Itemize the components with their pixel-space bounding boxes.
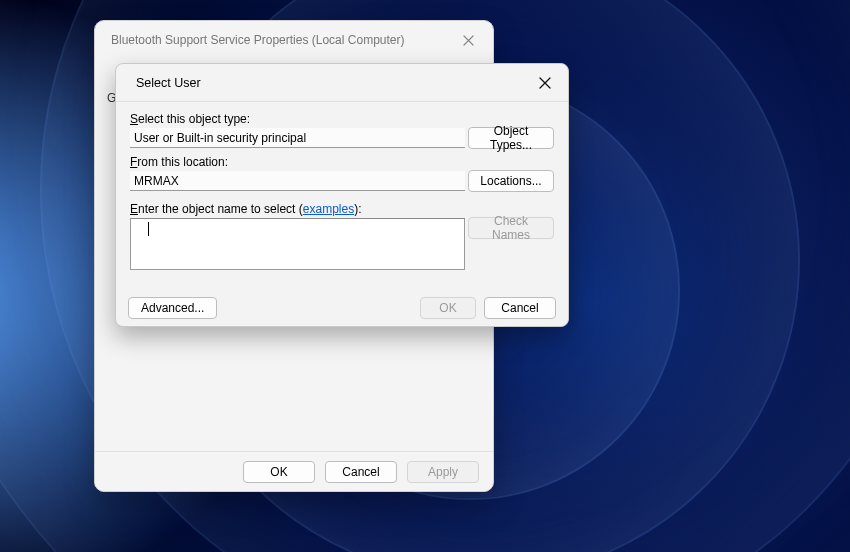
object-name-input[interactable] (130, 218, 465, 270)
select-user-dialog: Select User Select this object type: Use… (115, 63, 569, 327)
object-name-row: Enter the object name to select (example… (130, 202, 554, 273)
location-field: MRMAX (130, 171, 465, 191)
close-icon (463, 35, 474, 46)
select-user-close-button[interactable] (530, 71, 560, 95)
select-user-ok-button: OK (420, 297, 476, 319)
select-user-titlebar: Select User (116, 64, 568, 102)
locations-button[interactable]: Locations... (468, 170, 554, 192)
properties-title: Bluetooth Support Service Properties (Lo… (111, 33, 404, 47)
object-name-label: Enter the object name to select (example… (130, 202, 458, 216)
properties-close-button[interactable] (453, 28, 483, 52)
check-names-button: Check Names (468, 217, 554, 239)
object-type-row: Select this object type: User or Built-i… (130, 112, 554, 149)
text-caret (148, 222, 149, 236)
properties-footer: OK Cancel Apply (95, 451, 493, 491)
properties-apply-button: Apply (407, 461, 479, 483)
location-row: From this location: MRMAX Locations... (130, 155, 554, 192)
properties-ok-button[interactable]: OK (243, 461, 315, 483)
location-label: From this location: (130, 155, 458, 169)
object-type-field: User or Built-in security principal (130, 128, 465, 148)
advanced-button[interactable]: Advanced... (128, 297, 217, 319)
close-icon (539, 77, 551, 89)
object-type-label: Select this object type: (130, 112, 458, 126)
select-user-title: Select User (136, 76, 201, 90)
properties-titlebar: Bluetooth Support Service Properties (Lo… (95, 21, 493, 59)
properties-cancel-button[interactable]: Cancel (325, 461, 397, 483)
select-user-body: Select this object type: User or Built-i… (116, 102, 568, 273)
select-user-footer: Advanced... OK Cancel (116, 290, 568, 326)
select-user-cancel-button[interactable]: Cancel (484, 297, 556, 319)
object-types-button[interactable]: Object Types... (468, 127, 554, 149)
examples-link[interactable]: examples (303, 202, 354, 216)
